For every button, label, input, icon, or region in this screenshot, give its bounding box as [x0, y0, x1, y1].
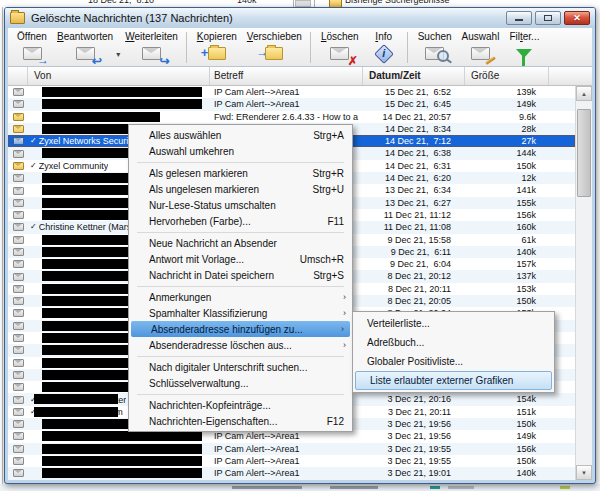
menu-item-absenderadresse-löschen-aus[interactable]: Absenderadresse löschen aus...› [129, 337, 352, 353]
menu-item-liste-erlaubter-externer-grafiken[interactable]: Liste erlaubter externer Grafiken [355, 371, 552, 390]
toolbar-info[interactable]: Infoi [364, 29, 404, 66]
datum-cell: 3 Dec 21, 19:55 [363, 455, 465, 467]
menu-item-label: Schlüsselverwaltung... [149, 378, 344, 389]
redaction-bar [42, 444, 202, 454]
message-icon [13, 100, 24, 108]
minimize-button[interactable] [506, 11, 532, 25]
menu-item-label: Nach digitaler Unterschrift suchen... [149, 362, 344, 373]
title-bar[interactable]: Gelöschte Nachrichten (137 Nachrichten) [5, 8, 595, 28]
von-cell [28, 98, 210, 110]
menu-item-nachrichten-eigenschaften[interactable]: Nachrichten-Eigenschaften...F12 [129, 413, 352, 429]
column-header-betreff[interactable]: Betreff [210, 67, 363, 85]
menu-item-adreßbuch[interactable]: Adreßbuch... [353, 333, 554, 352]
message-icon [13, 432, 24, 440]
toolbar-filter[interactable]: Filter... [504, 29, 544, 66]
datum-cell: 3 Dec 21, 20:16 [363, 393, 465, 405]
scroll-down-button[interactable]: ▼ [576, 465, 592, 480]
betreff-cell: IP Cam Alert-->Area1 [210, 443, 363, 455]
table-row[interactable]: IP Cam Alert-->Area13 Dec 21, 19:56149k [8, 430, 575, 442]
message-icon [13, 371, 24, 379]
menu-item-label: Anmerkungen [149, 292, 344, 303]
table-row[interactable]: IP Cam Alert-->Area13 Dec 21, 19:55156k [8, 443, 575, 455]
message-icon [13, 113, 24, 121]
menu-item-auswahl-umkehren[interactable]: Auswahl umkehren [129, 143, 352, 159]
von-cell [28, 111, 210, 123]
groesse-cell: 61k [465, 234, 549, 246]
toolbar-label: Suchen [418, 30, 452, 43]
groesse-cell: 156k [465, 443, 549, 455]
toolbar-öffnen[interactable]: Öffnen→ [12, 29, 52, 66]
column-header-blank-0[interactable] [8, 67, 28, 85]
menu-item-anmerkungen[interactable]: Anmerkungen› [129, 289, 352, 305]
sender-name: Zyxel Community [39, 160, 109, 172]
datum-cell: 14 Dec 21, 7:12 [363, 135, 465, 147]
toolbar: Öffnen→Beantworten↩▾Weiterleiten↪Kopiere… [8, 28, 592, 67]
menu-item-hervorheben-farbe[interactable]: Hervorheben (Farbe)...F11 [129, 213, 352, 229]
datum-cell: 11 Dec 21, 11:12 [363, 209, 465, 221]
table-row[interactable]: IP Cam Alert-->Area115 Dec 21, 6:52139k [8, 86, 575, 98]
column-header-datum-zeit[interactable]: Datum/Zeit [363, 67, 465, 85]
menu-item-nur-lese-status-umschalten[interactable]: Nur-Lese-Status umschalten [129, 197, 352, 213]
scrollbar-thumb[interactable] [577, 109, 591, 197]
menu-item-neue-nachricht-an-absender[interactable]: Neue Nachricht an Absender [129, 235, 352, 251]
sender-name: Zyxel Networks Securit [39, 135, 131, 147]
redaction-bar [34, 407, 118, 417]
menu-item-globaler-positivliste[interactable]: Globaler Positivliste... [353, 352, 554, 371]
datum-cell: 14 Dec 21, 6:31 [363, 160, 465, 172]
toolbar-label: Weiterleiten [125, 30, 178, 43]
von-cell [28, 86, 210, 98]
column-header-größe[interactable]: Größe [465, 67, 549, 85]
redaction-bar [42, 112, 160, 122]
datum-cell: 9 Dec 21, 6:11 [363, 246, 465, 258]
datum-cell: 8 Dec 21, 20:11 [363, 283, 465, 295]
window-folder-icon [10, 12, 25, 24]
select-mail-icon [466, 43, 496, 64]
menu-item-nach-digitaler-unterschrift-suchen[interactable]: Nach digitaler Unterschrift suchen... [129, 359, 352, 375]
message-icon [13, 223, 24, 231]
menu-item-absenderadresse-hinzufügen-zu[interactable]: Absenderadresse hinzufügen zu...› [131, 321, 350, 337]
toolbar-separator [310, 32, 311, 63]
toolbar-suchen[interactable]: Suchen [413, 29, 457, 66]
table-row[interactable]: IP Cam Alert-->Area13 Dec 21, 19:55150k [8, 455, 575, 467]
betreff-cell: IP Cam Alert-->Area1 [210, 98, 363, 110]
message-icon [13, 469, 24, 477]
toolbar-label: Öffnen [17, 30, 47, 43]
toolbar-löschen[interactable]: Löschen✗ [316, 29, 364, 66]
toolbar-weiterleiten[interactable]: Weiterleiten↪ [120, 29, 183, 66]
redaction-bar [42, 99, 202, 109]
menu-item-label: Nachricht in Datei speichern [149, 270, 301, 281]
menu-item-spamhalter-klassifizierung[interactable]: Spamhalter Klassifizierung› [129, 305, 352, 321]
toolbar-verschieben[interactable]: Verschieben→ [242, 29, 307, 66]
menu-item-als-ungelesen-markieren[interactable]: Als ungelesen markierenStrg+U [129, 181, 352, 197]
column-header-von[interactable]: Von [28, 67, 210, 85]
menu-item-nachrichten-kopfeinträge[interactable]: Nachrichten-Kopfeinträge... [129, 397, 352, 413]
table-row[interactable]: IP Cam Alert-->Area115 Dec 21, 6:45149k [8, 98, 575, 110]
toolbar-beantworten[interactable]: Beantworten↩ [52, 29, 118, 66]
toolbar-auswahl[interactable]: Auswahl [457, 29, 505, 66]
column-header-blank-5[interactable] [549, 67, 592, 85]
menu-item-verteilerliste[interactable]: Verteilerliste... [353, 314, 554, 333]
datum-cell: 3 Dec 21, 19:56 [363, 430, 465, 442]
table-row[interactable]: IP Cam Alert-->Area13 Dec 21, 19:01140k [8, 467, 575, 479]
table-row[interactable]: Fwd: ERenderer 2.6.4.33 - How to a14 Dec… [8, 111, 575, 123]
vertical-scrollbar[interactable]: ▲ ▼ [575, 86, 592, 480]
message-icon [13, 137, 24, 145]
menu-item-alles-auswählen[interactable]: Alles auswählenStrg+A [129, 127, 352, 143]
datum-cell: 3 Dec 21, 19:01 [363, 467, 465, 479]
message-icon [13, 211, 24, 219]
toolbar-kopieren[interactable]: Kopieren+ [192, 29, 242, 66]
groesse-cell: 156k [465, 209, 549, 221]
groesse-cell: 153k [465, 283, 549, 295]
maximize-button[interactable] [535, 11, 561, 25]
menu-item-antwort-mit-vorlage[interactable]: Antwort mit Vorlage...Umsch+R [129, 251, 352, 267]
close-button[interactable] [564, 11, 590, 25]
betreff-cell: IP Cam Alert-->Area1 [210, 467, 363, 479]
menu-item-als-gelesen-markieren[interactable]: Als gelesen markierenStrg+R [129, 165, 352, 181]
menu-shortcut: F11 [328, 216, 345, 227]
menu-item-schlüsselverwaltung[interactable]: Schlüsselverwaltung... [129, 375, 352, 391]
message-icon [13, 187, 24, 195]
background-window-top: 18 Dec 21, 8:10 140k Bisherige Suchergeb… [0, 0, 600, 7]
menu-item-nachricht-in-datei-speichern[interactable]: Nachricht in Datei speichernStrg+S [129, 267, 352, 283]
scroll-up-button[interactable]: ▲ [576, 86, 592, 101]
menu-shortcut: Strg+A [313, 130, 344, 141]
